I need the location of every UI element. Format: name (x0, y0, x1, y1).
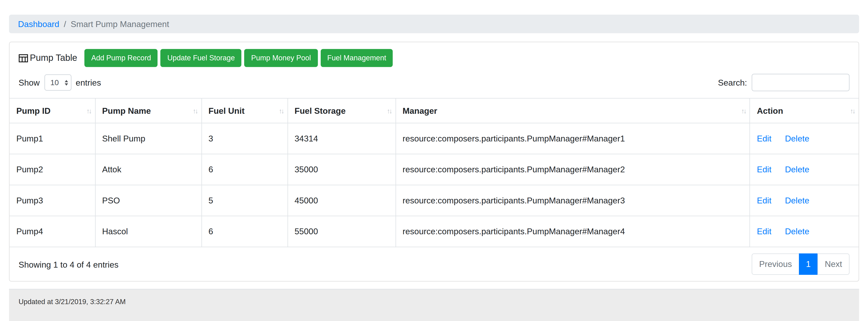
column-label: Pump Name (102, 106, 151, 116)
column-header-manager[interactable]: Manager↑↓ (396, 98, 750, 123)
column-label: Action (757, 106, 783, 116)
delete-link[interactable]: Delete (785, 134, 809, 143)
cell-manager: resource:composers.participants.PumpMana… (396, 185, 750, 216)
breadcrumb-separator: / (64, 19, 66, 29)
footer: Updated at 3/21/2019, 3:32:27 AM (9, 289, 859, 321)
cell-pump-name: Attok (95, 154, 202, 185)
cell-fuel-unit: 5 (202, 185, 288, 216)
card-title: Pump Table (19, 53, 78, 63)
cell-fuel-unit: 6 (202, 216, 288, 247)
table-length-control: Show 10 entries (19, 74, 101, 91)
cell-pump-id: Pump1 (10, 123, 95, 154)
edit-link[interactable]: Edit (757, 226, 771, 236)
cell-fuel-storage: 35000 (288, 154, 396, 185)
pagination-next[interactable]: Next (817, 254, 849, 275)
pagination-previous[interactable]: Previous (752, 254, 799, 275)
add-pump-record-button[interactable]: Add Pump Record (85, 49, 158, 67)
cell-manager: resource:composers.participants.PumpMana… (396, 154, 750, 185)
sort-icon: ↑↓ (850, 107, 855, 115)
column-header-pump-name[interactable]: Pump Name↑↓ (95, 98, 202, 123)
cell-action: EditDelete (750, 185, 859, 216)
delete-link[interactable]: Delete (785, 226, 809, 236)
sort-icon: ↑↓ (86, 107, 91, 115)
cell-action: EditDelete (750, 123, 859, 154)
column-header-fuel-unit[interactable]: Fuel Unit↑↓ (202, 98, 288, 123)
pagination: Previous 1 Next (752, 254, 849, 275)
breadcrumb: Dashboard / Smart Pump Management (9, 14, 859, 33)
cell-manager: resource:composers.participants.PumpMana… (396, 123, 750, 154)
table-search-control: Search: (718, 74, 849, 91)
search-label: Search: (718, 78, 747, 87)
update-fuel-storage-button[interactable]: Update Fuel Storage (161, 49, 242, 67)
show-label: Show (19, 78, 40, 87)
pump-table: Pump ID↑↓Pump Name↑↓Fuel Unit↑↓Fuel Stor… (10, 98, 859, 247)
column-label: Manager (403, 106, 437, 116)
table-row: Pump1Shell Pump334314resource:composers.… (10, 123, 859, 154)
sort-icon: ↑↓ (279, 107, 283, 115)
column-label: Fuel Unit (208, 106, 244, 116)
entries-select[interactable]: 10 (44, 74, 71, 91)
cell-fuel-unit: 3 (202, 123, 288, 154)
sort-icon: ↑↓ (741, 107, 746, 115)
card-title-text: Pump Table (30, 53, 78, 63)
page-content: Dashboard / Smart Pump Management Pump T… (0, 0, 868, 282)
cell-pump-name: Hascol (95, 216, 202, 247)
cell-fuel-unit: 6 (202, 154, 288, 185)
delete-link[interactable]: Delete (785, 165, 809, 174)
table-controls: Show 10 entries Search: (10, 73, 859, 98)
cell-pump-id: Pump3 (10, 185, 95, 216)
table-row: Pump2Attok635000resource:composers.parti… (10, 154, 859, 185)
column-label: Fuel Storage (294, 106, 346, 116)
table-icon (19, 53, 28, 63)
pump-money-pool-button[interactable]: Pump Money Pool (244, 49, 318, 67)
edit-link[interactable]: Edit (757, 165, 771, 174)
cell-fuel-storage: 45000 (288, 185, 396, 216)
cell-pump-id: Pump2 (10, 154, 95, 185)
cell-pump-id: Pump4 (10, 216, 95, 247)
column-header-action[interactable]: Action↑↓ (750, 98, 859, 123)
pagination-page-1[interactable]: 1 (799, 254, 818, 275)
entries-select-wrap: 10 (44, 74, 71, 91)
cell-action: EditDelete (750, 154, 859, 185)
cell-pump-name: PSO (95, 185, 202, 216)
entries-label: entries (75, 78, 101, 87)
table-info: Showing 1 to 4 of 4 entries (19, 259, 119, 269)
table-header-row: Pump ID↑↓Pump Name↑↓Fuel Unit↑↓Fuel Stor… (10, 98, 859, 123)
cell-action: EditDelete (750, 216, 859, 247)
header-buttons: Add Pump RecordUpdate Fuel StoragePump M… (82, 49, 393, 67)
page: Dashboard / Smart Pump Management Pump T… (0, 0, 868, 321)
cell-fuel-storage: 55000 (288, 216, 396, 247)
pump-table-card: Pump Table Add Pump RecordUpdate Fuel St… (9, 42, 859, 282)
sort-icon: ↑↓ (193, 107, 197, 115)
card-header: Pump Table Add Pump RecordUpdate Fuel St… (10, 42, 859, 73)
edit-link[interactable]: Edit (757, 196, 771, 205)
column-header-fuel-storage[interactable]: Fuel Storage↑↓ (288, 98, 396, 123)
cell-pump-name: Shell Pump (95, 123, 202, 154)
breadcrumb-current: Smart Pump Management (71, 19, 169, 29)
search-input[interactable] (751, 74, 849, 91)
pump-table-body: Pump1Shell Pump334314resource:composers.… (10, 123, 859, 247)
breadcrumb-dashboard-link[interactable]: Dashboard (18, 19, 59, 29)
column-label: Pump ID (17, 106, 51, 116)
table-footer: Showing 1 to 4 of 4 entries Previous 1 N… (10, 247, 859, 281)
table-row: Pump4Hascol655000resource:composers.part… (10, 216, 859, 247)
delete-link[interactable]: Delete (785, 196, 809, 205)
column-header-pump-id[interactable]: Pump ID↑↓ (10, 98, 95, 123)
cell-manager: resource:composers.participants.PumpMana… (396, 216, 750, 247)
sort-icon: ↑↓ (387, 107, 391, 115)
cell-fuel-storage: 34314 (288, 123, 396, 154)
footer-updated-text: Updated at 3/21/2019, 3:32:27 AM (19, 298, 126, 306)
table-row: Pump3PSO545000resource:composers.partici… (10, 185, 859, 216)
fuel-management-button[interactable]: Fuel Management (320, 49, 393, 67)
edit-link[interactable]: Edit (757, 134, 771, 143)
